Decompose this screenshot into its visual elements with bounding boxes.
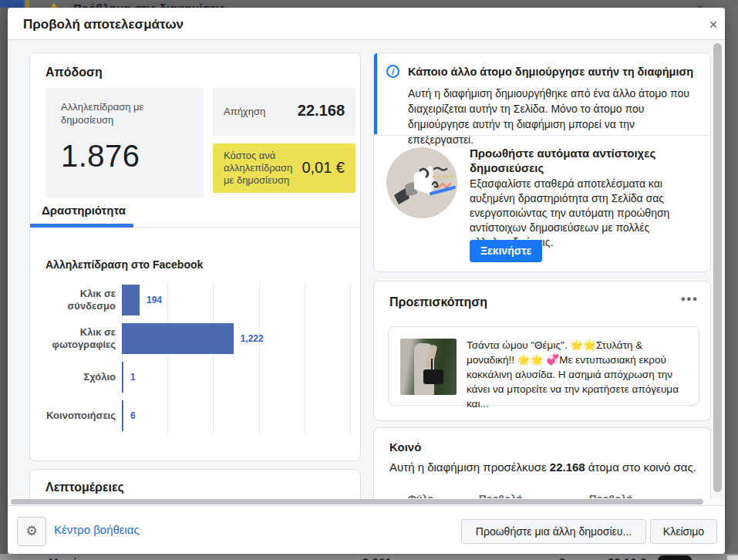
chart-row: Σχόλιο1 [30, 358, 360, 396]
notice-accent-bar [374, 53, 377, 134]
background-warning-text: Πρόβλημα στις διαφημίσεις [73, 2, 225, 8]
performance-card: Απόδοση Αλληλεπίδραση με δημοσίευση 1.87… [29, 52, 361, 461]
chart-bar [122, 400, 123, 431]
background-button-fragment [727, 555, 738, 560]
chart-category-label: Σχόλιο [30, 358, 116, 396]
more-options-icon[interactable]: ••• [681, 292, 699, 306]
chart-bar-value: 194 [147, 295, 162, 305]
horizontal-scrollbar-track [8, 498, 725, 505]
audience-clipped-columns: Φύλο Προβολή Προβολή [374, 493, 712, 498]
audience-text: Αυτή η διαφήμιση προσέλκυσε 22.168 άτομα… [389, 460, 698, 474]
engagement-metric-box: Αλληλεπίδραση με δημοσίευση 1.876 [45, 88, 204, 197]
chart-bar [122, 285, 140, 315]
reach-metric-label: Απήχηση [224, 106, 265, 118]
cost-metric-box: Κόστος ανά αλληλεπίδραση με δημοσίευση 0… [213, 143, 356, 193]
preview-card: Προεπισκόπηση ••• Τσάντα ώμου "Θέμις". 🌟… [373, 281, 711, 421]
details-card: Λεπτομέρειες [29, 469, 361, 498]
dialog-footer: ⚙ Κέντρο βοήθειας Προωθήστε μια άλλη δημ… [8, 505, 725, 554]
dimmed-background-top: Πρόβλημα στις διαφημίσεις × [0, 0, 738, 8]
results-dialog: Προβολή αποτελεσμάτων × Απόδοση Αλληλεπί… [8, 8, 725, 554]
dialog-content: Απόδοση Αλληλεπίδραση με δημοσίευση 1.87… [8, 40, 725, 498]
audience-column-header: Προβολή [589, 493, 632, 498]
sidebar-accent-fragment [25, 0, 29, 8]
background-row-value: 8 [559, 555, 565, 560]
engagement-metric-value: 1.876 [61, 139, 140, 174]
chart-bar-value: 6 [130, 410, 136, 421]
audience-column-header: Φύλο [408, 493, 433, 498]
promo-title: Προωθήστε αυτόματα αντίστοιχες δημοσιεύσ… [470, 146, 701, 175]
notice-card: i Κάποιο άλλο άτομο δημιούργησε αυτήν τη… [373, 52, 711, 272]
reach-metric-value: 22.168 [298, 102, 345, 120]
cost-metric-value: 0,01 € [302, 159, 345, 177]
audience-column-header: Προβολή [479, 493, 522, 498]
background-row-value: 28,19 € [608, 555, 646, 560]
notice-body: Αυτή η διαφήμιση δημιουργήθηκε από ένα ά… [408, 86, 695, 147]
gear-icon[interactable]: ⚙ [17, 517, 46, 546]
tab-activity[interactable]: Δραστηριότητα [42, 204, 126, 217]
chart-row: Κλικ σε φωτογραφίες1,222 [30, 319, 360, 358]
get-started-button[interactable]: Ξεκινήστε [470, 240, 542, 262]
thumbnail-bag-shape [423, 369, 443, 384]
details-title: Λεπτομέρειες [45, 481, 124, 494]
audience-title: Κοινό [389, 440, 421, 454]
engagement-bar-chart: Κλικ σε σύνδεσμο194Κλικ σε φωτογραφίες1,… [30, 281, 360, 437]
megaphone-illustration [386, 147, 457, 218]
horizontal-scrollbar[interactable] [11, 499, 703, 504]
background-row-value: 3.961 [362, 555, 392, 560]
preview-title: Προεπισκόπηση [389, 295, 487, 309]
notice-title: Κάποιο άλλο άτομο δημιούργησε αυτήν τη δ… [408, 66, 701, 78]
post-text: Τσάντα ώμου "Θέμις". 🌟🌟Στυλάτη & μοναδικ… [467, 338, 692, 411]
promo-body: Εξασφαλίστε σταθερά αποτελέσματα και αυξ… [470, 177, 701, 250]
post-preview-box[interactable]: Τσάντα ώμου "Θέμις". 🌟🌟Στυλάτη & μοναδικ… [388, 326, 699, 406]
boost-another-post-button[interactable]: Προωθήστε μια άλλη δημοσίευ... [461, 519, 646, 544]
close-button[interactable]: Κλείσιμο [650, 519, 717, 544]
cost-metric-label: Κόστος ανά αλληλεπίδραση με δημοσίευση [224, 150, 305, 187]
chart-bar [122, 323, 234, 354]
app-logo-fragment [0, 0, 24, 8]
audience-reach-number: 22.168 [550, 460, 585, 474]
background-row-label: Μηνύματα [49, 555, 105, 560]
background-boost-icon [658, 555, 692, 560]
dialog-title: Προβολή αποτελεσμάτων [23, 17, 184, 32]
dimmed-background-left [0, 8, 8, 560]
chart-bar [122, 362, 123, 393]
notice-divider [374, 135, 710, 136]
chart-title: Αλληλεπίδραση στο Facebook [45, 258, 203, 271]
chart-bar-value: 1,222 [241, 333, 264, 344]
chart-bar-value: 1 [130, 372, 136, 383]
warning-triangle-icon [48, 2, 60, 8]
chart-row: Κλικ σε σύνδεσμο194 [30, 281, 360, 319]
active-tab-underline [30, 224, 133, 228]
background-close-icon: × [696, 1, 703, 8]
chart-category-label: Κλικ σε σύνδεσμο [30, 281, 116, 319]
dialog-header: Προβολή αποτελεσμάτων × [8, 8, 725, 40]
audience-card: Κοινό Αυτή η διαφήμιση προσέλκυσε 22.168… [373, 427, 711, 498]
chart-category-label: Κοινοποιήσεις [30, 396, 116, 435]
reach-metric-box: Απήχηση 22.168 [213, 88, 356, 136]
close-icon[interactable]: × [703, 15, 723, 35]
chart-row: Κοινοποιήσεις6 [30, 396, 360, 435]
help-center-link[interactable]: Κέντρο βοήθειας [54, 523, 140, 536]
performance-title: Απόδοση [45, 66, 103, 79]
audience-text-after: άτομα στο κοινό σας. [585, 460, 696, 474]
info-icon: i [386, 65, 399, 78]
post-thumbnail-image [400, 339, 457, 395]
dimmed-background-bottom: Μηνύματα 3.961 8 28,19 € [0, 554, 738, 560]
engagement-metric-label: Αλληλεπίδραση με δημοσίευση [61, 100, 177, 127]
chart-category-label: Κλικ σε φωτογραφίες [30, 319, 116, 358]
vertical-scrollbar[interactable] [713, 43, 722, 492]
audience-text-before: Αυτή η διαφήμιση προσέλκυσε [389, 460, 550, 474]
